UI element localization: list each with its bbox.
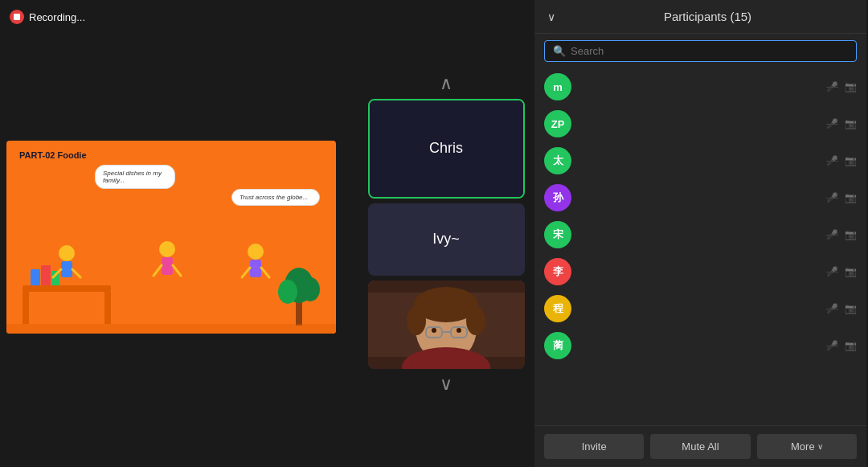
participants-sidebar: ∨ Participants (15) 🔍 m🎤📷ZP🎤📷太🎤📷孙🎤📷宋🎤📷李🎤…: [534, 0, 866, 467]
video-tile-chris: Chris: [368, 99, 525, 199]
svg-point-22: [301, 277, 320, 301]
participant-avatar: 蔺: [544, 332, 571, 359]
svg-rect-12: [162, 257, 173, 275]
participant-row[interactable]: 李🎤📷: [541, 253, 860, 290]
participant-row[interactable]: m🎤📷: [541, 68, 860, 105]
camera-muted-icon: 📷: [845, 303, 857, 314]
svg-rect-2: [23, 292, 29, 324]
participant-avatar: 李: [544, 258, 571, 285]
svg-point-35: [457, 328, 461, 333]
mic-muted-icon: 🎤: [826, 118, 838, 129]
slide-illustration: [6, 213, 336, 334]
sidebar-collapse-chevron[interactable]: ∨: [547, 10, 555, 23]
recording-badge: Recording...: [10, 10, 85, 24]
chris-name-label: Chris: [429, 140, 463, 157]
participant-avatar: ZP: [544, 110, 571, 137]
main-video-area: Recording... PART-02 Foodie Special dish…: [0, 0, 534, 467]
scroll-down-arrow[interactable]: ∨: [366, 374, 526, 395]
participant-row[interactable]: ZP🎤📷: [541, 105, 860, 142]
participant-row[interactable]: 程🎤📷: [541, 290, 860, 327]
svg-point-15: [248, 244, 264, 260]
camera-muted-icon: 📷: [845, 229, 857, 240]
svg-rect-1: [23, 285, 111, 292]
mic-muted-icon: 🎤: [826, 303, 838, 314]
svg-rect-8: [61, 261, 72, 277]
svg-point-34: [432, 328, 436, 333]
mute-all-button[interactable]: Mute All: [650, 434, 750, 459]
video-strip: ∧ Chris Ivy~: [366, 0, 526, 467]
participant-row[interactable]: 蔺🎤📷: [541, 327, 860, 364]
camera-muted-icon: 📷: [845, 155, 857, 166]
participant-row[interactable]: 太🎤📷: [541, 142, 860, 179]
sidebar-bottom-bar: Invite Mute All More ∨: [534, 425, 866, 467]
ivy-name-label: Ivy~: [432, 231, 460, 248]
participant-row[interactable]: 孙🎤📷: [541, 179, 860, 216]
slide-title: PART-02 Foodie: [19, 150, 323, 160]
svg-rect-5: [41, 265, 51, 285]
more-chevron-icon: ∨: [817, 442, 823, 451]
more-button[interactable]: More ∨: [757, 434, 857, 459]
scroll-up-arrow[interactable]: ∧: [366, 73, 526, 94]
search-container: 🔍: [534, 34, 866, 68]
participant-avatar: 太: [544, 147, 571, 174]
camera-muted-icon: 📷: [845, 340, 857, 351]
search-icon: 🔍: [553, 45, 566, 57]
recording-dot-icon: [10, 10, 24, 24]
participant-row[interactable]: 宋🎤📷: [541, 216, 860, 253]
camera-muted-icon: 📷: [845, 192, 857, 203]
mic-muted-icon: 🎤: [826, 229, 838, 240]
participant-avatar: m: [544, 73, 571, 100]
mic-muted-icon: 🎤: [826, 81, 838, 92]
mic-muted-icon: 🎤: [826, 266, 838, 277]
sidebar-header: ∨ Participants (15): [534, 0, 866, 34]
recording-label: Recording...: [29, 11, 85, 23]
participant-avatar: 程: [544, 295, 571, 322]
camera-muted-icon: 📷: [845, 118, 857, 129]
participant-avatar: 宋: [544, 221, 571, 248]
participant-avatar: 孙: [544, 184, 571, 211]
svg-point-29: [466, 306, 485, 335]
search-box: 🔍: [544, 40, 857, 62]
invite-button[interactable]: Invite: [544, 434, 644, 459]
svg-rect-3: [104, 292, 111, 324]
svg-point-21: [278, 280, 297, 304]
slide-bubble-1: Special dishes in my family...: [95, 165, 175, 189]
svg-rect-4: [31, 269, 40, 285]
mic-muted-icon: 🎤: [826, 155, 838, 166]
sidebar-title: Participants (15): [562, 10, 854, 23]
mic-muted-icon: 🎤: [826, 192, 838, 203]
camera-muted-icon: 📷: [845, 266, 857, 277]
svg-rect-23: [6, 324, 336, 334]
search-input[interactable]: [571, 45, 848, 57]
video-tile-ivy: Ivy~: [368, 203, 525, 276]
svg-point-11: [159, 241, 175, 257]
svg-point-28: [407, 306, 426, 335]
slide-bubble-2: Trust across the globe...: [231, 189, 320, 206]
participants-list: m🎤📷ZP🎤📷太🎤📷孙🎤📷宋🎤📷李🎤📷程🎤📷蔺🎤📷: [534, 68, 866, 425]
slide-panel: PART-02 Foodie Special dishes in my fami…: [6, 141, 336, 334]
svg-point-7: [59, 245, 75, 261]
video-tile-camera: [368, 281, 525, 369]
svg-rect-16: [250, 260, 261, 277]
mic-muted-icon: 🎤: [826, 340, 838, 351]
camera-muted-icon: 📷: [845, 81, 857, 92]
